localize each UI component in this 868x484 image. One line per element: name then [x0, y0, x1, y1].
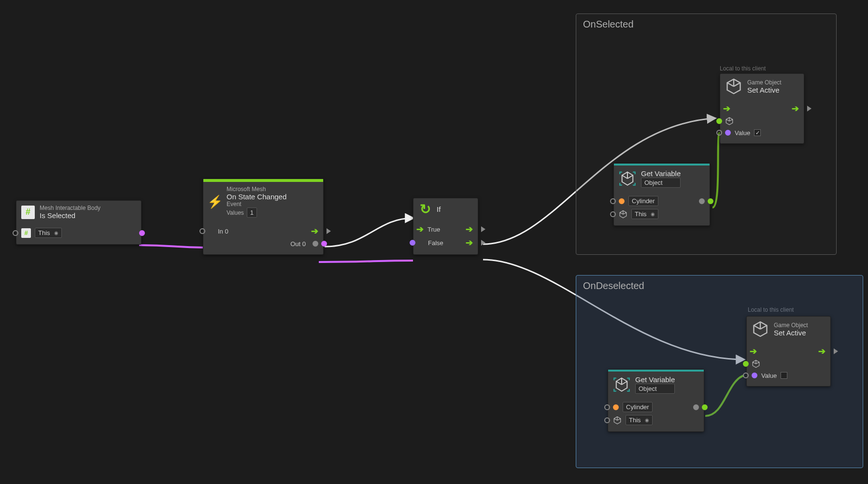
node-subtitle: Game Object [774, 322, 808, 329]
arrow-icon: ➔ [466, 237, 473, 248]
flow-out[interactable] [834, 348, 838, 354]
port-out-val[interactable] [693, 404, 699, 410]
node-set-active[interactable]: Game Object Set Active ➔ ➔ Value [746, 316, 831, 387]
value-checkbox[interactable] [781, 372, 787, 379]
node-title: Is Selected [40, 211, 100, 220]
node-title: Get Variable [641, 169, 681, 178]
cube-icon [725, 117, 734, 125]
node-subtitle: Microsoft Mesh [227, 186, 286, 193]
variable-icon [613, 376, 630, 393]
out0-label: Out 0 [290, 240, 306, 248]
node-on-state-changed[interactable]: ⚡ Microsoft Mesh On State Changed Event … [203, 179, 324, 255]
false-label: False [428, 239, 443, 247]
arrow-icon: ➔ [792, 103, 799, 114]
value-label: Value [761, 372, 777, 379]
arrow-icon: ➔ [466, 224, 473, 235]
node-title: Set Active [774, 329, 808, 337]
port-in-0[interactable] [199, 228, 205, 234]
true-label: True [427, 226, 440, 233]
cube-icon [619, 210, 627, 219]
port-in[interactable] [13, 230, 18, 236]
port-in[interactable] [604, 404, 610, 410]
value-label: Value [735, 129, 750, 137]
node-title: Get Variable [635, 375, 675, 384]
scope-dropdown[interactable]: Object [635, 384, 675, 394]
port-var[interactable] [613, 404, 619, 410]
scope-dropdown[interactable]: Object [641, 178, 681, 188]
arrow-icon: ➔ [723, 103, 730, 114]
port-in-target[interactable] [604, 417, 610, 423]
arrow-icon: ➔ [311, 226, 318, 236]
port-value-in[interactable] [743, 373, 749, 378]
node-get-variable[interactable]: Get Variable Object Cylinder This◉ [608, 369, 704, 432]
node-meta: Event [227, 201, 286, 207]
flow-out[interactable] [327, 228, 331, 234]
port-object-in[interactable] [743, 361, 749, 367]
node-set-active[interactable]: Game Object Set Active ➔ ➔ Value ✓ [720, 73, 804, 144]
target-field[interactable]: This◉ [631, 209, 658, 219]
node-if[interactable]: ↻ If ➔ True ➔ False ➔ [413, 198, 478, 255]
lightning-icon: ⚡ [208, 195, 222, 208]
node-is-selected[interactable]: # Mesh Interactable Body Is Selected # T… [16, 200, 142, 245]
port-in[interactable] [610, 198, 616, 204]
port-out[interactable] [708, 198, 713, 204]
flow-out-false[interactable] [481, 240, 485, 246]
variable-icon [619, 170, 636, 187]
port-cond-in[interactable] [410, 240, 415, 246]
port-out[interactable] [139, 230, 145, 236]
values-label: Values [227, 209, 244, 216]
variable-name-field[interactable]: Cylinder [628, 196, 658, 206]
cube-icon [613, 416, 622, 425]
hash-icon: # [21, 206, 35, 219]
flow-out[interactable] [807, 106, 811, 111]
port-object-in[interactable] [716, 118, 722, 124]
node-title: If [437, 205, 441, 213]
flow-out-true[interactable] [481, 226, 485, 232]
port-var[interactable] [619, 198, 625, 204]
port-out[interactable] [702, 404, 708, 410]
arrow-icon: ➔ [750, 346, 757, 357]
node-get-variable[interactable]: Get Variable Object Cylinder This◉ [613, 163, 710, 226]
port-out-value[interactable] [321, 241, 327, 247]
cycle-icon: ↻ [418, 202, 432, 216]
cube-icon [752, 360, 760, 368]
port-in-target[interactable] [610, 211, 616, 217]
group-title: OnSelected [576, 14, 836, 35]
value-checkbox[interactable]: ✓ [754, 129, 761, 136]
arrow-icon: ➔ [416, 224, 424, 235]
hash-icon: # [21, 228, 31, 238]
group-title: OnDeselected [576, 276, 863, 296]
port-value[interactable] [725, 130, 731, 136]
port-value[interactable] [752, 373, 757, 378]
cube-icon [725, 78, 742, 95]
arrow-icon: ➔ [818, 346, 825, 357]
port-out-0[interactable] [313, 241, 318, 247]
values-field[interactable]: 1 [247, 207, 257, 218]
node-title: Set Active [747, 86, 782, 94]
in0-label: In 0 [218, 228, 228, 235]
node-title: On State Changed [227, 193, 286, 201]
target-field[interactable]: This◉ [626, 415, 653, 425]
node-subtitle: Mesh Interactable Body [40, 205, 100, 211]
port-out-val[interactable] [699, 198, 705, 204]
port-value-in[interactable] [716, 130, 722, 136]
cube-icon [752, 320, 769, 338]
node-subtitle: Game Object [747, 79, 782, 86]
target-field[interactable]: This◉ [35, 228, 62, 238]
variable-name-field[interactable]: Cylinder [623, 402, 653, 412]
